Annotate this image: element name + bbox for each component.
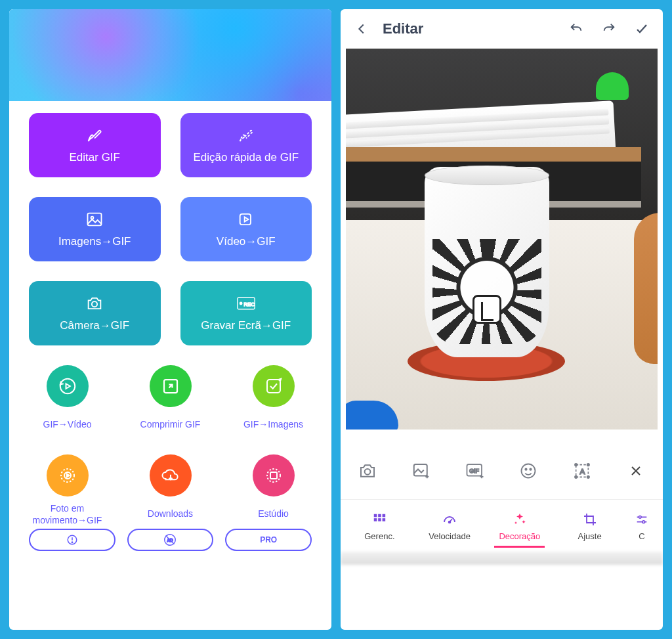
add-image-tool[interactable] (408, 458, 434, 484)
tile-video-to-gif[interactable]: Vídeo→GIF (180, 197, 312, 261)
svg-point-25 (530, 469, 532, 470)
crop-icon (581, 511, 598, 528)
svg-point-30 (575, 476, 578, 479)
circle-downloads[interactable]: Downloads (119, 454, 222, 526)
home-screen: Editar GIF Edição rápida de GIF Imagens→… (9, 9, 331, 630)
tab-manage[interactable]: Gerenc. (345, 511, 415, 541)
close-toolrow[interactable] (623, 458, 649, 484)
tool-tiles: Editar GIF Edição rápida de GIF Imagens→… (9, 101, 331, 352)
svg-point-38 (449, 521, 451, 523)
svg-point-23 (522, 464, 536, 478)
svg-point-4 (240, 302, 242, 305)
hero-banner (9, 9, 331, 101)
svg-text:REC: REC (243, 301, 255, 307)
tab-label: Gerenc. (364, 531, 394, 541)
tab-adjust[interactable]: Ajuste (555, 511, 625, 541)
sliders-icon (633, 511, 650, 528)
extract-icon (253, 365, 295, 407)
svg-point-15 (72, 542, 73, 543)
blurred-footer (341, 552, 663, 565)
bottom-tabs: Gerenc. Velocidade Decoração Ajuste C (341, 499, 663, 552)
editor-topbar: Editar (341, 9, 663, 49)
image-icon (85, 210, 104, 229)
tile-edit-gif[interactable]: Editar GIF (29, 113, 161, 177)
svg-point-28 (575, 464, 578, 466)
circle-label: Comprimir GIF (140, 414, 201, 436)
tile-label: Imagens→GIF (58, 235, 131, 248)
pro-label: PRO (260, 535, 277, 544)
livephoto-icon (47, 454, 89, 496)
tile-label: Câmera→GIF (60, 319, 129, 332)
circle-label: Downloads (148, 503, 193, 525)
circle-gif-to-video[interactable]: GIF→Vídeo (16, 365, 119, 436)
svg-rect-36 (379, 518, 382, 521)
tile-label: Editar GIF (70, 151, 120, 164)
brush-icon (85, 126, 104, 144)
tab-label: Ajuste (578, 531, 602, 541)
circle-label: Foto em movimento→GIF (33, 503, 102, 526)
tile-label: Edição rápida de GIF (193, 151, 299, 164)
undo-button[interactable] (564, 17, 588, 41)
tab-decorate[interactable]: Decoração (485, 511, 555, 541)
studio-icon (253, 454, 295, 496)
svg-rect-34 (383, 514, 386, 517)
play-icon (237, 210, 255, 229)
svg-point-42 (642, 520, 645, 523)
tab-more[interactable]: C (625, 511, 659, 541)
svg-rect-20 (413, 464, 427, 476)
cloud-download-icon (150, 454, 192, 496)
tile-record-screen[interactable]: REC Gravar Ecrã→GIF (180, 281, 312, 345)
page-title: Editar (383, 20, 555, 37)
svg-point-6 (60, 379, 75, 394)
camera-tool[interactable] (354, 458, 381, 484)
tab-label: Decoração (499, 531, 540, 541)
info-button[interactable] (29, 529, 116, 551)
emoji-tool[interactable] (515, 458, 541, 484)
brush-dashed-icon (237, 126, 255, 144)
svg-point-31 (587, 476, 590, 479)
svg-point-24 (526, 469, 527, 470)
bottom-pills: AD PRO (9, 526, 331, 564)
replay-icon (47, 365, 89, 407)
compress-icon (150, 365, 192, 407)
svg-rect-37 (383, 518, 386, 521)
add-gif-tool[interactable]: GIF (462, 458, 488, 484)
camera-icon (85, 294, 104, 313)
svg-rect-12 (270, 472, 277, 479)
tab-label: Velocidade (429, 531, 471, 541)
redo-button[interactable] (597, 17, 621, 41)
circle-studio[interactable]: Estúdio (222, 454, 325, 526)
circle-compress[interactable]: Comprimir GIF (119, 365, 222, 436)
back-button[interactable] (350, 17, 373, 41)
gauge-icon (441, 511, 458, 528)
svg-rect-8 (267, 380, 280, 393)
circle-gif-to-images[interactable]: GIF→Imagens (222, 365, 325, 436)
circle-tools: GIF→Vídeo Comprimir GIF GIF→Imagens Foto… (9, 352, 331, 526)
svg-point-40 (639, 516, 641, 518)
circle-label: GIF→Vídeo (43, 414, 92, 436)
tile-camera-to-gif[interactable]: Câmera→GIF (29, 281, 161, 345)
circle-label: Estúdio (258, 503, 289, 525)
svg-rect-35 (374, 518, 377, 521)
svg-point-2 (92, 301, 97, 307)
editor-screen: Editar GIF A (341, 9, 663, 630)
image-preview[interactable] (346, 49, 658, 430)
tab-speed[interactable]: Velocidade (415, 511, 485, 541)
tab-label: C (639, 531, 644, 541)
tile-quick-edit[interactable]: Edição rápida de GIF (180, 113, 312, 177)
no-ads-button[interactable]: AD (127, 529, 214, 551)
text-tool[interactable]: A (569, 458, 595, 484)
svg-point-19 (365, 469, 371, 475)
sparkle-icon (511, 511, 528, 528)
rec-icon: REC (237, 294, 255, 313)
confirm-button[interactable] (630, 17, 654, 41)
tile-label: Vídeo→GIF (217, 235, 276, 248)
tile-label: Gravar Ecrã→GIF (201, 319, 291, 332)
svg-rect-0 (88, 213, 102, 226)
pro-button[interactable]: PRO (225, 529, 312, 551)
svg-text:AD: AD (167, 538, 174, 542)
svg-text:A: A (580, 467, 585, 475)
circle-livephoto[interactable]: Foto em movimento→GIF (16, 454, 119, 526)
svg-rect-32 (374, 514, 377, 517)
tile-images-to-gif[interactable]: Imagens→GIF (29, 197, 161, 261)
